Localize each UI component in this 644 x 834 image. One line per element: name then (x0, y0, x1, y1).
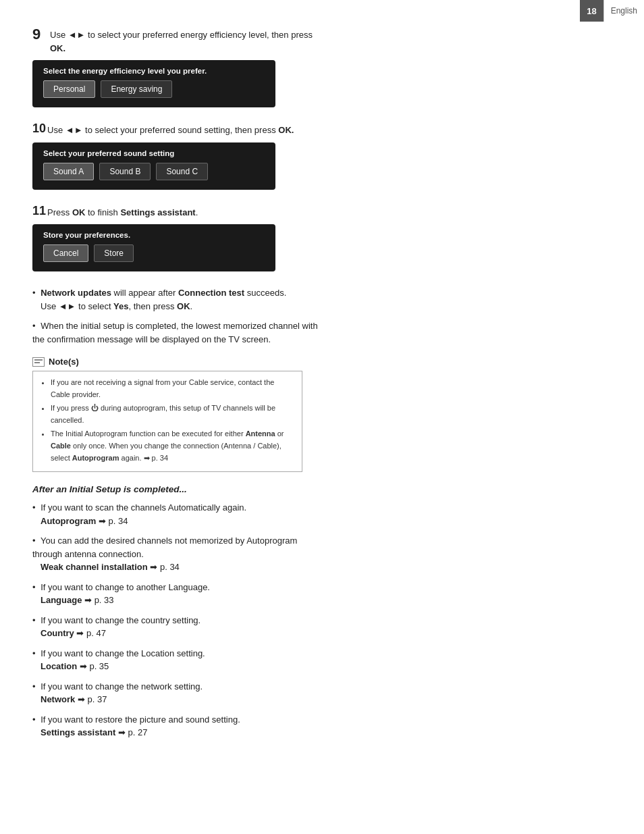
after-item-6-bold: Network (41, 694, 75, 704)
after-item-1-bold: Autoprogram (41, 516, 96, 526)
main-content: 9 Use ◄► to select your preferred energy… (0, 0, 351, 773)
step-10-panel: Select your preferred sound setting Soun… (32, 142, 275, 190)
notes-title: Note(s) (49, 357, 79, 367)
step9-arrow: ◄► (68, 30, 86, 40)
note-item-2: If you press ⏻ during autoprogram, this … (51, 402, 294, 426)
bullet-1-symbol: • (32, 288, 36, 298)
after-item-3-arrow: ➡ (84, 595, 92, 605)
step-9-header: 9 Use ◄► to select your preferred energy… (32, 27, 319, 55)
after-item-2-bold: Weak channel installation (41, 562, 148, 572)
step-9-panel: Select the energy efficiency level you p… (32, 60, 275, 107)
step-11-panel: Store your preferences. Cancel Store (32, 224, 275, 271)
after-item-3-bold: Language (41, 595, 82, 605)
after-item-1-arrow: ➡ (99, 516, 106, 526)
sound-a-button[interactable]: Sound A (43, 163, 94, 180)
step10-arrow: ◄► (65, 125, 83, 135)
step9-ok: OK. (50, 43, 65, 53)
after-item-5-arrow: ➡ (80, 661, 87, 671)
after-item-6: • If you want to change the network sett… (32, 680, 319, 706)
note-item-1: If you are not receiving a signal from y… (51, 377, 294, 400)
step-11-number: 11 (32, 205, 46, 217)
after-setup-title: After an Initial Setup is completed... (32, 484, 319, 494)
after-item-1: • If you want to scan the channels Autom… (32, 501, 319, 527)
sound-c-button[interactable]: Sound C (156, 163, 208, 180)
bullet-note-2: • When the initial setup is completed, t… (32, 319, 319, 346)
store-button[interactable]: Store (94, 244, 134, 262)
step10-ok: OK. (278, 125, 294, 135)
step-10-number: 10 (32, 122, 46, 134)
after-item-4-arrow: ➡ (76, 628, 84, 638)
bullet-2-text: When the initial setup is completed, the… (32, 321, 318, 344)
step-11-panel-label: Store your preferences. (43, 231, 265, 239)
after-item-5-bold: Location (41, 661, 77, 671)
notes-header: Note(s) (32, 357, 319, 367)
after-setup-section: After an Initial Setup is completed... •… (32, 484, 319, 739)
step-10-text: Use ◄► to select your preferred sound se… (47, 122, 294, 137)
after-item-3: • If you want to change to another Langu… (32, 581, 319, 607)
step-10-header: 10 Use ◄► to select your preferred sound… (32, 122, 319, 137)
svg-rect-2 (34, 359, 43, 361)
after-item-2-arrow: ➡ (150, 562, 157, 572)
step-10-panel-label: Select your preferred sound setting (43, 149, 265, 157)
after-item-7-bold: Settings assistant (41, 727, 115, 737)
header: 18 English (580, 0, 644, 22)
sound-b-button[interactable]: Sound B (99, 163, 151, 180)
after-item-4: • If you want to change the country sett… (32, 614, 319, 640)
step-9-block: 9 Use ◄► to select your preferred energy… (32, 27, 319, 107)
bullet-1-text: Network updates will appear after Connec… (32, 288, 286, 311)
cancel-button[interactable]: Cancel (43, 244, 88, 262)
bullet-notes: • Network updates will appear after Conn… (32, 286, 319, 346)
after-item-7: • If you want to restore the picture and… (32, 713, 319, 739)
notes-container: Note(s) If you are not receiving a signa… (32, 357, 319, 472)
bullet-note-1: • Network updates will appear after Conn… (32, 286, 319, 313)
step-9-number: 9 (32, 27, 47, 42)
after-item-7-arrow: ➡ (118, 727, 126, 737)
step-10-buttons: Sound A Sound B Sound C (43, 163, 265, 180)
svg-rect-3 (34, 362, 40, 363)
step-9-buttons: Personal Energy saving (43, 80, 265, 98)
step-9-panel-label: Select the energy efficiency level you p… (43, 67, 265, 75)
step-11-header: 11 Press OK to finish Settings assistant… (32, 205, 319, 219)
step-9-text: Use ◄► to select your preferred energy e… (50, 27, 319, 55)
step-11-text: Press OK to finish Settings assistant. (47, 205, 198, 219)
notes-list: If you are not receiving a signal from y… (41, 377, 294, 464)
step-10-block: 10 Use ◄► to select your preferred sound… (32, 122, 319, 190)
notes-icon (32, 357, 45, 367)
personal-button[interactable]: Personal (43, 80, 95, 98)
notes-box: If you are not receiving a signal from y… (32, 371, 302, 472)
step-11-block: 11 Press OK to finish Settings assistant… (32, 205, 319, 272)
energy-saving-button[interactable]: Energy saving (101, 80, 172, 98)
step11-settings: Settings assistant (120, 207, 195, 217)
page-number: 18 (580, 0, 603, 22)
bullet-2-symbol: • (32, 321, 36, 331)
note-item-3: The Initial Autoprogram function can be … (51, 428, 294, 464)
step-11-buttons: Cancel Store (43, 244, 265, 262)
step11-ok: OK (72, 207, 86, 217)
after-item-6-arrow: ➡ (78, 694, 85, 704)
after-item-4-bold: Country (41, 628, 74, 638)
language-label: English (603, 0, 644, 22)
after-item-5: • If you want to change the Location set… (32, 647, 319, 673)
after-item-2: • You can add the desired channels not m… (32, 534, 319, 574)
